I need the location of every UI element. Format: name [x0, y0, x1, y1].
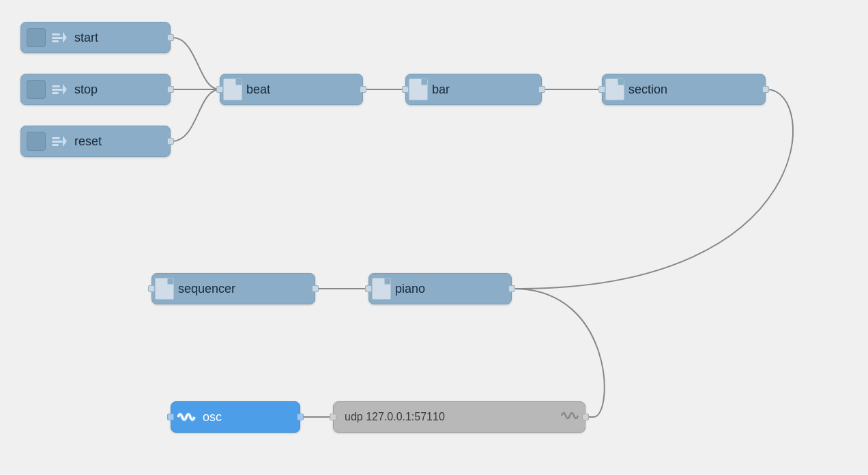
- start-arrow-icon: [48, 27, 70, 48]
- reset-checkbox[interactable]: [27, 132, 46, 151]
- stop-port-right[interactable]: [167, 86, 174, 93]
- osc-port-left[interactable]: [167, 414, 174, 420]
- udp-wave-icon: [560, 407, 579, 427]
- node-section[interactable]: section: [602, 74, 766, 105]
- node-sequencer[interactable]: sequencer: [151, 273, 315, 304]
- piano-port-left[interactable]: [365, 285, 372, 292]
- node-osc[interactable]: osc: [171, 401, 300, 433]
- section-doc-icon: [605, 78, 624, 100]
- beat-port-right[interactable]: [360, 86, 366, 93]
- stop-checkbox[interactable]: [27, 80, 46, 99]
- udp-port-left[interactable]: [330, 414, 336, 420]
- svg-rect-6: [52, 92, 59, 94]
- section-label: section: [624, 83, 677, 97]
- svg-rect-9: [52, 141, 63, 143]
- osc-wave-icon: [174, 405, 199, 429]
- node-bar[interactable]: bar: [405, 74, 542, 105]
- node-udp[interactable]: udp 127.0.0.1:57110: [333, 401, 585, 433]
- reset-label: reset: [70, 134, 111, 149]
- start-port-right[interactable]: [167, 34, 174, 41]
- node-reset[interactable]: reset: [20, 126, 171, 157]
- svg-rect-8: [52, 137, 60, 139]
- bar-port-left[interactable]: [402, 86, 409, 93]
- sequencer-port-right[interactable]: [312, 285, 319, 292]
- piano-doc-icon: [372, 278, 391, 300]
- svg-rect-5: [52, 89, 63, 91]
- svg-rect-10: [52, 144, 59, 146]
- svg-rect-4: [52, 85, 60, 87]
- bar-doc-icon: [409, 78, 428, 100]
- start-checkbox[interactable]: [27, 28, 46, 47]
- svg-rect-2: [52, 40, 59, 42]
- udp-label: udp 127.0.0.1:57110: [334, 411, 454, 423]
- osc-port-right[interactable]: [297, 414, 304, 420]
- bar-label: bar: [428, 83, 459, 97]
- svg-marker-7: [63, 84, 67, 95]
- beat-label: beat: [242, 83, 280, 97]
- reset-arrow-icon: [48, 130, 70, 152]
- piano-port-right[interactable]: [508, 285, 515, 292]
- udp-port-right[interactable]: [582, 414, 589, 420]
- svg-rect-0: [52, 33, 60, 35]
- piano-label: piano: [391, 282, 435, 296]
- section-port-right[interactable]: [762, 86, 769, 93]
- start-label: start: [70, 31, 108, 45]
- stop-arrow-icon: [48, 78, 70, 100]
- bar-port-right[interactable]: [538, 86, 545, 93]
- svg-marker-11: [63, 136, 67, 147]
- node-stop[interactable]: stop: [20, 74, 171, 105]
- node-piano[interactable]: piano: [368, 273, 512, 304]
- osc-label: osc: [199, 410, 231, 424]
- node-beat[interactable]: beat: [220, 74, 363, 105]
- beat-doc-icon: [223, 78, 242, 100]
- reset-port-right[interactable]: [167, 138, 174, 145]
- section-port-left[interactable]: [598, 86, 605, 93]
- svg-marker-3: [63, 32, 67, 43]
- stop-label: stop: [70, 83, 107, 97]
- sequencer-doc-icon: [155, 278, 174, 300]
- sequencer-port-left[interactable]: [148, 285, 155, 292]
- sequencer-label: sequencer: [174, 282, 245, 296]
- beat-port-left[interactable]: [216, 86, 223, 93]
- svg-rect-1: [52, 37, 63, 39]
- node-start[interactable]: start: [20, 22, 171, 53]
